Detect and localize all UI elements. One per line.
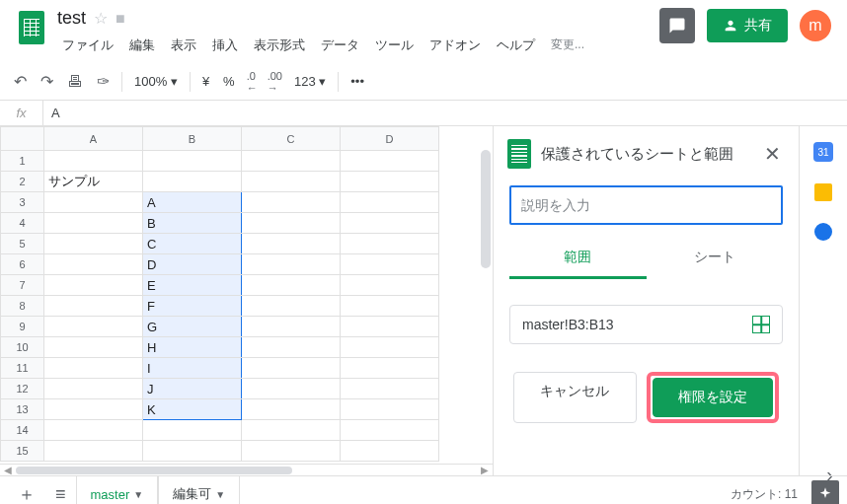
row-header[interactable]: 13: [1, 399, 44, 420]
cell[interactable]: J: [143, 379, 242, 399]
vertical-scrollbar[interactable]: [479, 150, 493, 464]
select-all-corner[interactable]: [1, 127, 44, 151]
cell[interactable]: [44, 399, 143, 420]
set-permissions-button[interactable]: 権限を設定: [653, 378, 774, 417]
cell[interactable]: [341, 441, 439, 462]
calendar-icon[interactable]: 31: [813, 142, 833, 162]
cell[interactable]: [44, 317, 143, 337]
cancel-button[interactable]: キャンセル: [513, 372, 637, 423]
percent-button[interactable]: %: [217, 70, 241, 93]
menu-edit[interactable]: 編集: [122, 33, 162, 58]
cell[interactable]: [242, 296, 341, 317]
formula-input[interactable]: A: [43, 106, 847, 120]
cell[interactable]: [242, 379, 341, 399]
cell[interactable]: [44, 213, 143, 234]
cell[interactable]: [341, 337, 439, 358]
col-header[interactable]: A: [44, 127, 143, 151]
star-icon[interactable]: ☆: [94, 9, 108, 28]
cell[interactable]: [242, 358, 341, 379]
cell[interactable]: [341, 213, 439, 234]
cell[interactable]: [44, 296, 143, 317]
close-icon[interactable]: ✕: [760, 138, 785, 170]
cell[interactable]: [341, 399, 439, 420]
menu-format[interactable]: 表示形式: [247, 33, 312, 58]
cell[interactable]: [341, 172, 439, 192]
row-header[interactable]: 7: [1, 275, 44, 296]
cell[interactable]: [44, 379, 143, 399]
cell[interactable]: [242, 234, 341, 254]
description-input[interactable]: [509, 185, 783, 225]
cell[interactable]: [242, 441, 341, 462]
spreadsheet-grid[interactable]: A B C D 1 2サンプル 3A 4B 5C 6D 7E 8F 9G 10H…: [0, 126, 439, 462]
cell[interactable]: I: [143, 358, 242, 379]
decrease-decimal-button[interactable]: .0←: [243, 66, 262, 98]
cell[interactable]: [341, 151, 439, 172]
cell[interactable]: [341, 296, 439, 317]
keep-icon[interactable]: [814, 183, 832, 201]
cell[interactable]: H: [143, 337, 242, 358]
cell[interactable]: B: [143, 213, 242, 234]
cell[interactable]: [341, 379, 439, 399]
chevron-down-icon[interactable]: ▼: [133, 489, 143, 500]
explore-button[interactable]: [811, 480, 839, 504]
cell[interactable]: [242, 317, 341, 337]
row-header[interactable]: 2: [1, 172, 44, 192]
cell[interactable]: [341, 317, 439, 337]
cell[interactable]: C: [143, 234, 242, 254]
row-header[interactable]: 11: [1, 358, 44, 379]
cell[interactable]: [242, 213, 341, 234]
tab-sheet[interactable]: シート: [647, 239, 784, 279]
cell[interactable]: [242, 399, 341, 420]
sheet-tab-master[interactable]: master▼: [76, 476, 159, 504]
cell[interactable]: D: [143, 254, 242, 275]
row-header[interactable]: 6: [1, 254, 44, 275]
cell[interactable]: [143, 441, 242, 462]
cell[interactable]: [341, 234, 439, 254]
tab-range[interactable]: 範囲: [509, 239, 647, 279]
account-avatar[interactable]: m: [800, 10, 831, 41]
cell[interactable]: E: [143, 275, 242, 296]
row-header[interactable]: 3: [1, 192, 44, 213]
cell[interactable]: [242, 192, 341, 213]
cell[interactable]: [341, 358, 439, 379]
row-header[interactable]: 4: [1, 213, 44, 234]
menu-file[interactable]: ファイル: [55, 33, 120, 58]
cell[interactable]: [242, 275, 341, 296]
cell[interactable]: [143, 172, 242, 192]
row-header[interactable]: 10: [1, 337, 44, 358]
col-header[interactable]: D: [341, 127, 439, 151]
share-button[interactable]: 共有: [707, 9, 788, 42]
cell[interactable]: [44, 151, 143, 172]
cell[interactable]: [44, 420, 143, 441]
paint-format-button[interactable]: ✑: [91, 68, 116, 95]
cell[interactable]: [341, 254, 439, 275]
cell[interactable]: [143, 420, 242, 441]
redo-button[interactable]: ↷: [35, 68, 59, 95]
menu-tools[interactable]: ツール: [368, 33, 421, 58]
cell[interactable]: [44, 254, 143, 275]
hscroll-left[interactable]: ◀: [0, 465, 16, 475]
cell[interactable]: G: [143, 317, 242, 337]
hscroll-right[interactable]: ▶: [477, 465, 493, 475]
menu-addons[interactable]: アドオン: [423, 33, 488, 58]
cell[interactable]: F: [143, 296, 242, 317]
cell[interactable]: [143, 151, 242, 172]
menu-view[interactable]: 表示: [164, 33, 203, 58]
print-button[interactable]: 🖶: [61, 69, 89, 95]
cell[interactable]: [44, 358, 143, 379]
cell[interactable]: [44, 337, 143, 358]
doc-title[interactable]: test: [57, 8, 86, 29]
menu-insert[interactable]: 挿入: [205, 33, 245, 58]
folder-icon[interactable]: ■: [116, 10, 125, 28]
sheet-tab-editable[interactable]: 編集可▼: [158, 476, 240, 504]
chevron-down-icon[interactable]: ▼: [215, 489, 225, 500]
all-sheets-button[interactable]: ≡: [45, 478, 76, 505]
increase-decimal-button[interactable]: .00→: [264, 66, 286, 98]
zoom-select[interactable]: 100% ▾: [128, 70, 184, 93]
horizontal-scrollbar[interactable]: [16, 466, 477, 475]
cell[interactable]: [242, 420, 341, 441]
menu-help[interactable]: ヘルプ: [490, 33, 542, 58]
last-edit-text[interactable]: 変更...: [544, 33, 591, 58]
row-header[interactable]: 14: [1, 420, 44, 441]
row-header[interactable]: 5: [1, 234, 44, 254]
